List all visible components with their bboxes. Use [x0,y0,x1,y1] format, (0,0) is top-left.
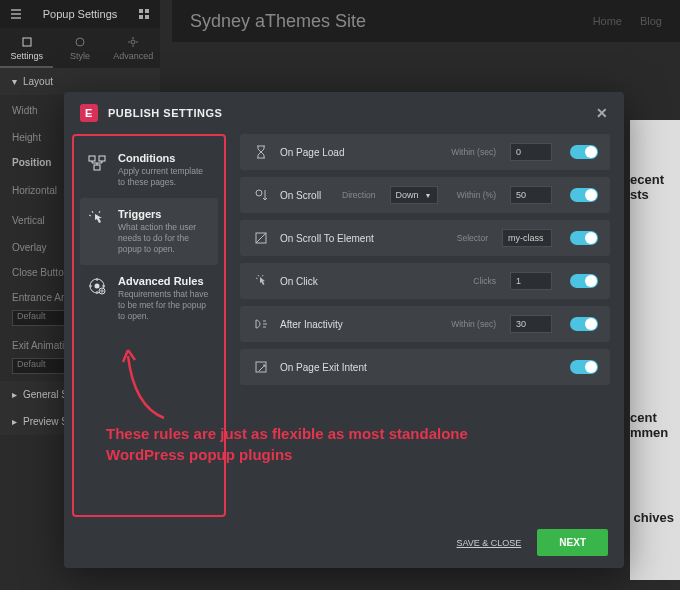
click-count-value[interactable] [510,272,552,290]
svg-rect-9 [94,165,100,170]
entrance-anim-select[interactable]: Default [12,310,72,326]
elementor-icon: E [80,104,98,122]
sidebar-header: Popup Settings [0,0,160,28]
triggers-icon [86,208,108,230]
panel-title: Popup Settings [43,8,118,20]
svg-rect-7 [89,156,95,161]
svg-point-6 [131,40,135,44]
exit-icon [252,358,270,376]
trigger-exit-intent: On Page Exit Intent [240,349,610,385]
setting-advanced[interactable]: Advanced RulesRequirements that have to … [80,265,218,332]
annotation-text: These rules are just as flexible as most… [106,423,546,465]
svg-rect-3 [145,15,149,19]
svg-rect-1 [145,9,149,13]
save-close-link[interactable]: SAVE & CLOSE [456,538,521,548]
trigger-click: On Click Clicks [240,263,610,299]
conditions-icon [86,152,108,174]
page-load-toggle[interactable] [570,145,598,159]
bg-widget-3: chives [634,510,674,525]
svg-point-11 [95,284,100,289]
exit-anim-select[interactable]: Default [12,358,72,374]
setting-triggers[interactable]: TriggersWhat action the user needs to do… [80,198,218,265]
site-title: Sydney aThemes Site [190,11,366,32]
modal-title: PUBLISH SETTINGS [108,107,222,119]
trigger-page-load: On Page Load Within (sec) [240,134,610,170]
trigger-inactivity: After Inactivity Within (sec) [240,306,610,342]
close-icon[interactable]: ✕ [596,105,609,121]
site-topbar: Sydney aThemes Site Home Blog [172,0,680,42]
scroll-direction-select[interactable]: Down▼ [390,186,438,204]
bg-widget-1: ecent sts [630,172,674,202]
click-toggle[interactable] [570,274,598,288]
setting-conditions[interactable]: ConditionsApply current template to thes… [80,142,218,198]
svg-point-5 [76,38,84,46]
svg-point-13 [256,190,262,196]
inactivity-icon [252,315,270,333]
exit-intent-toggle[interactable] [570,360,598,374]
trigger-scroll: On Scroll Direction Down▼ Within (%) [240,177,610,213]
scroll-percent-value[interactable] [510,186,552,204]
tab-settings[interactable]: Settings [0,28,53,68]
svg-rect-8 [99,156,105,161]
inactivity-toggle[interactable] [570,317,598,331]
bg-sidebar-widgets: ecent sts cent mmen chives [630,120,680,580]
element-icon [252,229,270,247]
next-button[interactable]: NEXT [537,529,608,556]
hourglass-icon [252,143,270,161]
click-icon [252,272,270,290]
page-load-value[interactable] [510,143,552,161]
scroll-element-selector[interactable] [502,229,552,247]
trigger-scroll-element: On Scroll To Element Selector [240,220,610,256]
modal-header: E PUBLISH SETTINGS ✕ [64,92,624,134]
section-layout[interactable]: ▾Layout [0,68,160,95]
publish-settings-modal: E PUBLISH SETTINGS ✕ ConditionsApply cur… [64,92,624,568]
modal-footer: SAVE & CLOSE NEXT [64,517,624,568]
grid-icon[interactable] [138,8,150,20]
nav-home[interactable]: Home [593,15,622,27]
tab-style[interactable]: Style [53,28,106,68]
scroll-toggle[interactable] [570,188,598,202]
bg-widget-2: cent mmen [630,410,674,440]
menu-icon[interactable] [10,8,22,20]
nav-blog[interactable]: Blog [640,15,662,27]
svg-rect-4 [23,38,31,46]
svg-rect-2 [139,15,143,19]
tab-advanced[interactable]: Advanced [107,28,160,68]
inactivity-value[interactable] [510,315,552,333]
svg-rect-0 [139,9,143,13]
scroll-element-toggle[interactable] [570,231,598,245]
site-nav: Home Blog [593,15,662,27]
advanced-icon [86,275,108,297]
scroll-icon [252,186,270,204]
sidebar-tabs: Settings Style Advanced [0,28,160,68]
